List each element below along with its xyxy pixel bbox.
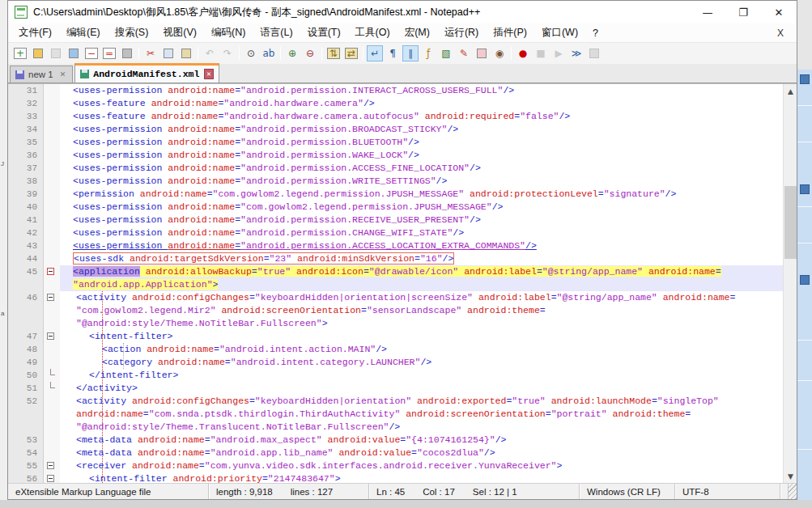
code-text[interactable]: <activity android:configChanges="keyboar… (60, 395, 783, 408)
tab-close-icon[interactable]: ✕ (58, 70, 68, 78)
show-all-characters-button[interactable]: ¶ (385, 45, 401, 61)
close-button[interactable]: − (83, 45, 100, 61)
record-macro-button[interactable]: ● (515, 45, 531, 61)
menu-item[interactable]: 窗口(W) (534, 23, 585, 42)
close-all-button[interactable]: = (101, 45, 117, 61)
menu-item[interactable]: 文件(F) (11, 23, 59, 42)
code-area[interactable]: 31<uses-permission android:name="android… (8, 84, 783, 483)
code-text[interactable]: </intent-filter> (60, 369, 783, 382)
menu-item[interactable]: ? (585, 25, 606, 41)
save-button[interactable] (48, 45, 64, 61)
code-text[interactable]: <activity android:configChanges="keyboar… (60, 291, 783, 304)
copy-button[interactable] (160, 45, 176, 61)
scroll-down-button[interactable]: ▼ (784, 469, 797, 483)
code-text[interactable]: android:name="com.snda.ptsdk.thirdlogin.… (60, 408, 783, 421)
code-text[interactable]: <uses-permission android:name="android.p… (60, 162, 783, 175)
print-button[interactable] (119, 45, 135, 61)
tab-new-1[interactable]: new 1✕ (10, 66, 73, 83)
zoom-out-button[interactable]: ⊖ (302, 45, 318, 61)
zoom-in-button[interactable]: ⊕ (284, 45, 300, 61)
code-text[interactable]: <category android:name="android.intent.c… (60, 356, 783, 369)
word-wrap-button[interactable]: ↵ (367, 45, 383, 61)
code-text[interactable]: <uses-permission android:name="android.p… (60, 239, 783, 252)
scroll-up-button[interactable]: ▲ (784, 84, 797, 98)
code-text[interactable]: <intent-filter android:priority="2147483… (60, 472, 783, 483)
code-text[interactable]: <receiver android:name="com.yunva.video.… (60, 459, 783, 472)
fold-collapse-icon[interactable] (47, 332, 54, 340)
code-text[interactable]: <permission android:name="com.gowlom2.le… (60, 188, 783, 201)
undo-button[interactable]: ↶ (202, 45, 218, 61)
minimize-button[interactable]: — (690, 1, 725, 23)
menu-item[interactable]: 搜索(S) (108, 23, 156, 42)
stop-record-button[interactable]: ■ (533, 45, 549, 61)
replace-button[interactable]: ab (261, 45, 277, 61)
playback-macro-button[interactable]: ▶ (551, 45, 567, 61)
code-text[interactable]: <action android:name="android.intent.act… (60, 343, 783, 356)
project-panel-button[interactable] (474, 45, 490, 61)
code-text[interactable]: <uses-permission android:name="android.p… (60, 149, 783, 162)
code-text[interactable]: <uses-permission android:name="com.gowlo… (60, 201, 783, 214)
code-text[interactable]: <meta-data android:name="android.app.lib… (60, 447, 783, 459)
open-file-button[interactable] (30, 45, 46, 61)
redo-button[interactable]: ↷ (219, 45, 236, 61)
fold-margin (44, 201, 60, 214)
vertical-scrollbar[interactable]: ▲ ▼ (783, 84, 797, 483)
paste-button[interactable] (178, 45, 194, 61)
function-list-button[interactable]: ƒ (420, 45, 436, 61)
code-text[interactable]: <uses-permission android:name="android.p… (60, 214, 783, 226)
menu-item[interactable]: 编辑(E) (59, 23, 108, 42)
find-button[interactable]: ⊙ (243, 45, 259, 61)
code-text[interactable]: "@android:style/Theme.NoTitleBar.Fullscr… (60, 317, 783, 330)
code-text[interactable]: <uses-feature android:name="android.hard… (60, 97, 783, 110)
code-text[interactable]: <uses-feature android:name="android.hard… (60, 110, 783, 123)
menu-item[interactable]: 运行(R) (437, 23, 486, 42)
menu-item[interactable]: 宏(M) (397, 23, 437, 42)
menu-item[interactable]: 视图(V) (155, 23, 204, 42)
close-button[interactable]: ✕ (761, 1, 797, 23)
line-number: 40 (8, 201, 44, 214)
code-text[interactable]: <uses-sdk android:targetSdkVersion="23" … (60, 252, 783, 265)
save-macro-button[interactable] (586, 45, 602, 61)
fold-collapse-icon[interactable] (47, 462, 54, 469)
menubar-close-icon[interactable]: X (772, 26, 789, 40)
document-monitor-button[interactable]: ◉ (491, 45, 508, 61)
sync-horizontal-button[interactable]: ⇄ (343, 45, 359, 61)
menu-item[interactable]: 语言(L) (253, 23, 300, 42)
menu-item[interactable]: 工具(O) (348, 23, 397, 42)
fold-collapse-icon[interactable] (47, 294, 54, 301)
code-text[interactable]: <meta-data android:name="android.max_asp… (60, 434, 783, 447)
code-text[interactable]: <intent-filter> (60, 330, 783, 343)
code-line-32: 32<uses-feature android:name="android.ha… (8, 97, 783, 110)
code-text[interactable]: <uses-permission android:name="android.p… (60, 123, 783, 136)
new-file-button[interactable]: + (12, 45, 28, 61)
run-macro-multiple-button[interactable]: ≫ (568, 45, 585, 61)
document-edit-button[interactable]: ✎ (456, 45, 472, 61)
maximize-button[interactable]: ❐ (725, 1, 761, 23)
code-text[interactable]: <uses-permission android:name="android.p… (60, 226, 783, 239)
size-grip[interactable] (789, 484, 797, 499)
code-text[interactable]: "android.app.Application"> (60, 278, 783, 291)
menu-item[interactable]: 插件(P) (486, 23, 534, 42)
code-text[interactable]: </activity> (60, 382, 783, 395)
document-map-button[interactable]: ▧ (438, 45, 454, 61)
save-all-button[interactable] (66, 45, 82, 61)
sync-vertical-button[interactable]: ⇅ (325, 45, 342, 61)
fold-end-mark (50, 382, 55, 388)
scrollbar-thumb[interactable] (784, 186, 797, 259)
code-text[interactable]: <application android:allowBackup="true" … (60, 265, 783, 278)
menu-item[interactable]: 设置(T) (300, 23, 348, 42)
editor[interactable]: 31<uses-permission android:name="android… (8, 83, 797, 483)
tab-close-icon[interactable]: ✕ (204, 69, 213, 79)
code-text[interactable]: "@android:style/Theme.Translucent.NoTitl… (60, 421, 783, 434)
fold-collapse-icon[interactable] (47, 475, 54, 482)
indent-guide-button[interactable]: ∥ (402, 45, 419, 61)
tab-androidmanifest-xml[interactable]: AndroidManifest.xml✕ (74, 63, 219, 83)
code-text[interactable]: "com.gowlom2.legend.Mir2" android:screen… (60, 304, 783, 317)
code-text[interactable]: <uses-permission android:name="android.p… (60, 136, 783, 149)
code-text[interactable]: <uses-permission android:name="android.p… (60, 175, 783, 188)
cut-button[interactable]: ✂ (142, 45, 159, 61)
menu-item[interactable]: 编码(N) (204, 23, 253, 42)
fold-margin (44, 356, 60, 369)
code-text[interactable]: <uses-permission android:name="android.p… (60, 84, 783, 97)
fold-collapse-icon[interactable] (47, 268, 54, 275)
